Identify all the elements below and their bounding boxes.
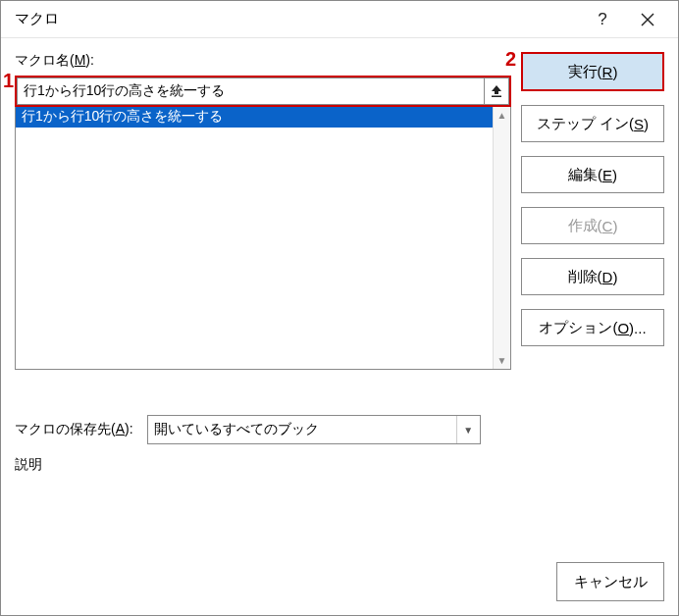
macro-name-label: マクロ名(M):	[15, 52, 511, 70]
edit-button[interactable]: 編集(E)	[521, 156, 664, 193]
scrollbar[interactable]: ▲ ▼	[493, 106, 510, 369]
right-column: 実行(R) ステップ イン(S) 編集(E) 作成(C) 削除(D) オプション…	[521, 52, 664, 370]
left-column: マクロ名(M): 行1から行10行の高さを統一する ▲ ▼	[15, 52, 511, 370]
arrow-up-icon	[491, 84, 502, 98]
storage-label: マクロの保存先(A):	[15, 421, 133, 438]
step-in-button[interactable]: ステップ イン(S)	[521, 105, 664, 142]
storage-value: 開いているすべてのブック	[154, 421, 319, 438]
description-label: 説明	[15, 456, 664, 474]
storage-combobox[interactable]: 開いているすべてのブック ▼	[147, 415, 481, 444]
footer: キャンセル	[15, 562, 664, 601]
options-button[interactable]: オプション(O)...	[521, 309, 664, 346]
close-icon	[641, 13, 654, 26]
chevron-down-icon: ▼	[456, 416, 480, 443]
scroll-up-icon[interactable]: ▲	[494, 106, 510, 124]
titlebar: マクロ ?	[1, 1, 678, 38]
storage-row: マクロの保存先(A): 開いているすべてのブック ▼	[15, 415, 664, 444]
help-button[interactable]: ?	[580, 5, 625, 34]
go-up-button[interactable]	[484, 77, 509, 105]
run-button[interactable]: 実行(R)	[521, 52, 664, 91]
scroll-down-icon[interactable]: ▼	[494, 351, 510, 369]
annotation-1: 1	[3, 70, 14, 92]
cancel-button[interactable]: キャンセル	[556, 562, 664, 601]
delete-button[interactable]: 削除(D)	[521, 258, 664, 295]
macro-list-inner: 行1から行10行の高さを統一する	[16, 106, 493, 369]
dialog-content: 1 2 マクロ名(M): 行1から行10行の高さを統一する	[1, 38, 678, 615]
list-item[interactable]: 行1から行10行の高さを統一する	[16, 106, 493, 128]
macro-listbox[interactable]: 行1から行10行の高さを統一する ▲ ▼	[15, 105, 511, 370]
macro-dialog: マクロ ? 1 2 マクロ名(M): 行1から行1	[0, 0, 679, 616]
top-row: マクロ名(M): 行1から行10行の高さを統一する ▲ ▼	[15, 52, 664, 370]
svg-rect-2	[492, 96, 501, 98]
create-button: 作成(C)	[521, 207, 664, 244]
macro-name-input[interactable]	[17, 77, 484, 105]
macro-name-input-wrap	[15, 76, 511, 107]
close-button[interactable]	[625, 5, 670, 34]
dialog-title: マクロ	[15, 10, 580, 28]
